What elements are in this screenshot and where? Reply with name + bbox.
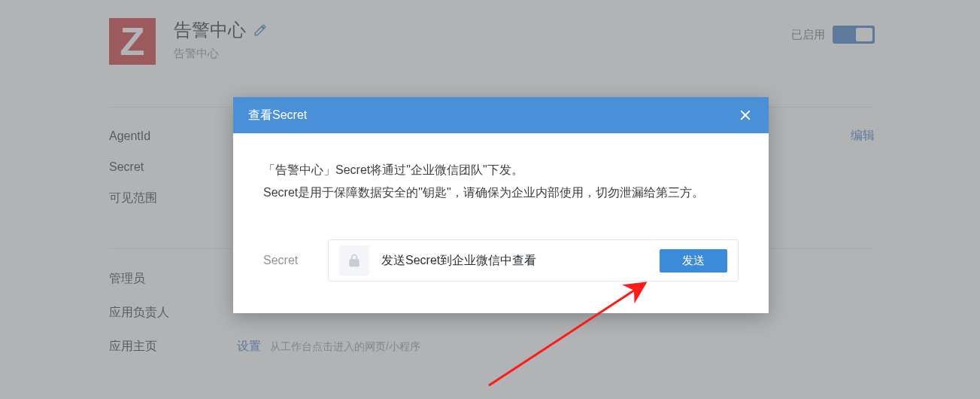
view-secret-modal: 查看Secret 「告警中心」Secret将通过"企业微信团队"下发。 Secr… [233,97,769,313]
close-icon[interactable] [737,107,754,123]
modal-text-line1: 「告警中心」Secret将通过"企业微信团队"下发。 [263,159,739,181]
modal-secret-label: Secret [263,254,328,267]
modal-text-line2: Secret是用于保障数据安全的"钥匙"，请确保为企业内部使用，切勿泄漏给第三方… [263,181,739,204]
send-button[interactable]: 发送 [660,249,727,273]
modal-title: 查看Secret [248,108,307,123]
secret-message: 发送Secret到企业微信中查看 [381,253,536,269]
secret-box: 发送Secret到企业微信中查看 发送 [328,239,739,282]
lock-icon [339,245,369,276]
